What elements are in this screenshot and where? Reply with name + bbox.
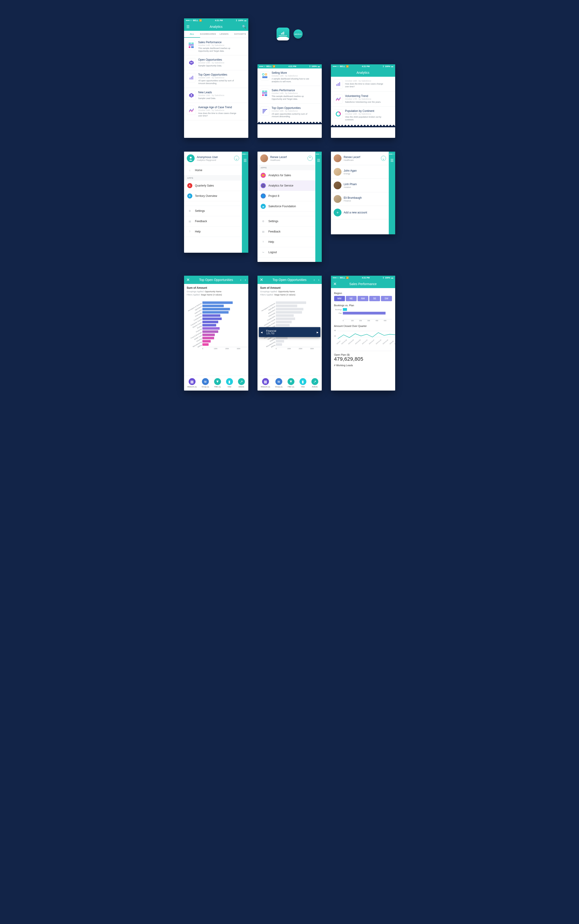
hbar-bar [276, 314, 294, 317]
app-icons: salesforce salesforce [276, 18, 303, 41]
close-icon[interactable]: ✕ [186, 277, 190, 282]
filter-button[interactable]: ▼Filter (1) [288, 378, 294, 388]
tab-lenses[interactable]: LENSES [216, 31, 232, 38]
menu-app[interactable]: ☁Salesforce Foundation [257, 201, 315, 212]
hbar-bar [203, 321, 218, 323]
menu-app[interactable]: AQuarterly Sales [184, 181, 242, 191]
list-item[interactable]: Average Age of Case TrendOctober 16th · … [184, 103, 248, 120]
menu-icon[interactable]: ☰ [186, 25, 190, 29]
tooltip-prev-icon[interactable]: ◀ [261, 331, 263, 333]
hbar-row[interactable]: Aerospace & Defense [185, 301, 246, 304]
filter-button[interactable]: ▼Filter (1) [214, 378, 221, 388]
chevron-left-icon[interactable]: ‹ [314, 278, 315, 282]
list-item[interactable]: Selling MoreOctober 13th · by Salesforce… [257, 69, 322, 86]
section-apps: APPS [184, 176, 242, 181]
screen-analytics-torn-1: ●●●○○BELL📶 4:21 PM ᛒ100%▬ Selling MoreOc… [257, 64, 322, 138]
menu-icon[interactable]: ☰ [317, 158, 320, 162]
measure-button[interactable]: ▦Measure (1) [187, 378, 196, 388]
menu-app[interactable]: 🎧Analytics for Service [257, 181, 315, 191]
crown-icon [187, 58, 196, 67]
menu-settings[interactable]: ⚙Settings [184, 206, 242, 216]
svg-rect-8 [192, 76, 193, 79]
region-pill[interactable]: NE [346, 296, 357, 301]
region-pill[interactable]: MW [334, 296, 345, 301]
tab-datasets[interactable]: DATASETS [232, 31, 248, 38]
view-button[interactable]: ▮View [226, 378, 233, 388]
menu-app[interactable]: BTerritory Overview [184, 191, 242, 201]
avatar [334, 154, 342, 162]
hbar-bar [276, 311, 302, 313]
region-pill[interactable]: SW [381, 296, 392, 301]
region-pill[interactable]: NW [358, 296, 368, 301]
svg-rect-29 [339, 82, 340, 86]
menu-app[interactable]: 🤝Analytics for Sales [257, 170, 315, 181]
user-row[interactable]: Renee LecerfHealthcare ⌃ [257, 152, 315, 165]
close-icon[interactable]: ✕ [260, 277, 263, 282]
list-item[interactable]: Volunteering TrendOctober 17th · by Sale… [331, 92, 395, 107]
menu-help[interactable]: ?Help [257, 237, 315, 247]
actions-button[interactable]: ↗Actions [311, 378, 318, 388]
menu-logout[interactable]: ↪Logout [257, 247, 315, 258]
list-item[interactable]: Top Open OpportunitiesOctober 15th · by … [184, 70, 248, 88]
tooltip-next-icon[interactable]: ▶ [317, 331, 319, 333]
menu-icon[interactable]: ☰ [390, 158, 394, 162]
menu-home[interactable]: ⌂Home [184, 165, 242, 176]
app-icon-round[interactable]: salesforce [293, 30, 303, 39]
app-icon-square[interactable]: salesforce [276, 28, 290, 41]
region-pill[interactable]: SE [369, 296, 380, 301]
svg-rect-23 [263, 109, 267, 110]
close-icon[interactable]: ✕ [333, 281, 337, 287]
add-account[interactable]: ＋ Add a new account [331, 206, 389, 219]
hbar-chart[interactable]: Aerospace & DefenseAgricultureAutomotive… [184, 300, 248, 347]
svg-point-31 [190, 157, 191, 159]
measure-button[interactable]: ▦Measure (1) [261, 378, 270, 388]
chevron-right-icon[interactable]: › [318, 278, 319, 282]
bookings-axis: 0108208308408498 [343, 319, 392, 322]
hbar-bar [203, 340, 211, 343]
bookings-chart[interactable]: Bookings Plan [334, 308, 392, 318]
menu-help[interactable]: ?Help [184, 226, 242, 237]
group-button[interactable]: ≋Group (1) [202, 378, 209, 388]
menu-feedback[interactable]: ▤Feedback [257, 226, 315, 237]
wifi-icon: 📶 [273, 65, 275, 67]
hbar-row[interactable]: Aerospace & Defense [258, 301, 319, 304]
account-row[interactable]: Eli BrumbaughFinance [331, 192, 389, 206]
chevron-right-icon[interactable]: › [245, 278, 246, 282]
chevron-left-icon[interactable]: ‹ [240, 278, 241, 282]
account-row[interactable]: Linh PhamAviation [331, 179, 389, 192]
actions-button[interactable]: ↗Actions [238, 378, 245, 388]
status-bar: ●●●○○BELL📶 4:21 PM ᛒ100%▬ [331, 64, 395, 69]
list-item[interactable]: Sales PerformanceOctober 14th · by Sales… [257, 86, 322, 103]
title-bar: Analytics [331, 69, 395, 77]
list-item[interactable]: October 16th · by SalesforceHow does the… [331, 77, 395, 92]
menu-icon[interactable]: ☰ [244, 158, 247, 162]
list-item[interactable]: Sales PerformanceOctober 14th · by Sales… [184, 38, 248, 55]
status-bar: ●●●○○BELL📶 4:21 PM ᛒ100%▬ [331, 276, 395, 280]
avatar [334, 182, 342, 189]
list-item[interactable]: Population by ContinentOctober 18th · by… [331, 107, 395, 124]
group-button[interactable]: ≋Group (1) [275, 378, 283, 388]
menu-settings[interactable]: ⚙Settings [257, 216, 315, 226]
chart-icon: ▮ [299, 378, 306, 385]
search-icon[interactable]: 🔍 [242, 25, 246, 28]
chevron-up-icon[interactable]: ⌃ [307, 156, 312, 161]
list-item[interactable]: New LeadsOctober 15th · by SalesforceSam… [184, 88, 248, 103]
chevron-down-icon[interactable]: ⌄ [234, 156, 239, 161]
menu-feedback[interactable]: ▤Feedback [184, 216, 242, 226]
status-bar: ●●●○○BELL📶 4:21 PM ᛒ100%▬ [184, 18, 248, 23]
account-row[interactable]: Renee LecerfHealthcare ⌄ [331, 152, 389, 165]
hbar-chart[interactable]: Aerospace & DefenseAgricultureAutomotive… [257, 300, 322, 347]
list-item[interactable]: Top Open OpportunitiesOctober 15th · by … [257, 103, 322, 121]
view-button[interactable]: ▮View [299, 378, 306, 388]
menu-app[interactable]: 🌐Project 8 [257, 191, 315, 201]
gear-icon: ⚙ [261, 219, 266, 224]
chevron-down-icon[interactable]: ⌄ [381, 156, 386, 161]
account-row[interactable]: John AganEnergy [331, 165, 389, 179]
user-row[interactable]: Anonymous UserAnalytics Playground ⌄ [184, 152, 242, 165]
tab-dashboards[interactable]: DASHBOARDS [200, 31, 216, 38]
svg-rect-28 [338, 83, 339, 86]
tab-all[interactable]: ALL [184, 31, 200, 38]
chart-tooltip[interactable]: ◀ Financial 125,750 ▶ [259, 327, 321, 337]
line-chart[interactable]: 48 28 [334, 329, 392, 343]
list-item[interactable]: Open OpportunitiesOctober 14th · by Sale… [184, 55, 248, 70]
